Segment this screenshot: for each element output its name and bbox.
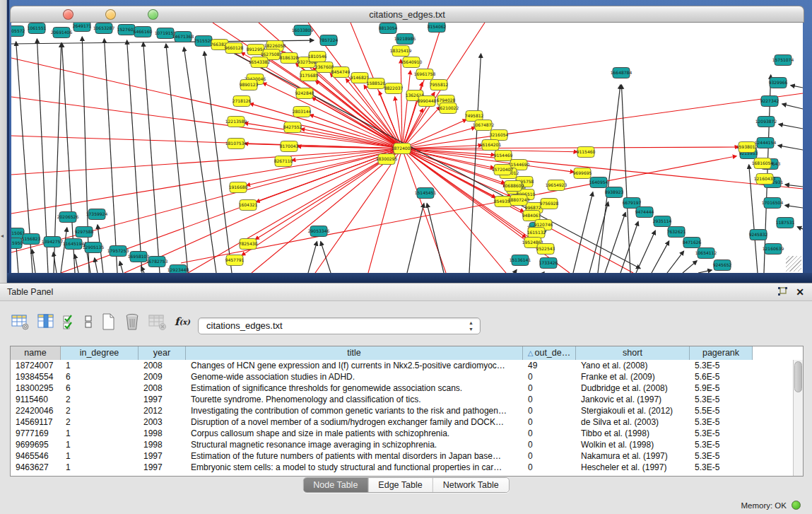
- graph-node[interactable]: 12213589: [225, 117, 247, 127]
- graph-node[interactable]: 10653287: [93, 23, 115, 34]
- graph-node[interactable]: 9660128: [225, 43, 244, 54]
- graph-node[interactable]: 9474444: [635, 207, 654, 218]
- table-row[interactable]: 1830029562008Estimation of significance …: [11, 382, 793, 394]
- memory-status-indicator[interactable]: [792, 501, 801, 510]
- graph-node[interactable]: 20691406: [51, 28, 73, 38]
- graph-node[interactable]: 8822037: [384, 83, 404, 94]
- graph-node[interactable]: 15640910: [401, 57, 423, 68]
- graph-node[interactable]: 8471626: [683, 238, 702, 248]
- table-vertical-scrollbar[interactable]: [793, 360, 803, 476]
- graph-node[interactable]: 15751074: [772, 55, 794, 66]
- graph-node[interactable]: 9699695: [573, 168, 592, 179]
- graph-node[interactable]: 9245652: [713, 260, 732, 271]
- graph-node[interactable]: 19218986: [394, 34, 416, 45]
- table-row[interactable]: 1456911722003Disruption of a novel membe…: [11, 416, 793, 428]
- graph-node[interactable]: 16164201: [480, 140, 502, 151]
- graph-node[interactable]: 8990448: [418, 96, 437, 107]
- column-header-pagerank[interactable]: pagerank: [690, 346, 753, 360]
- graph-node[interactable]: 1615132: [527, 228, 546, 238]
- graph-node[interactable]: 29053346: [308, 226, 330, 237]
- graph-node[interactable]: 1810546: [308, 52, 327, 62]
- graph-node[interactable]: 8170043: [280, 141, 299, 152]
- graph-node[interactable]: 18300295: [376, 154, 398, 165]
- graph-node[interactable]: 10688609: [502, 181, 524, 192]
- window-resize-grip[interactable]: [786, 256, 801, 271]
- column-header-name[interactable]: name: [11, 346, 61, 360]
- new-file-icon[interactable]: [100, 311, 116, 332]
- table-row[interactable]: 2242004622012Investigating the contribut…: [11, 405, 793, 416]
- graph-node[interactable]: 11645194: [63, 239, 85, 250]
- graph-node[interactable]: 1640954: [589, 177, 608, 188]
- tab-network-table[interactable]: Network Table: [433, 478, 509, 492]
- graph-node[interactable]: 9890123: [240, 80, 259, 90]
- graph-node[interactable]: 9227342: [760, 96, 779, 107]
- graph-node[interactable]: 16648784: [611, 68, 632, 78]
- graph-node[interactable]: 1733426: [539, 258, 558, 269]
- graph-node[interactable]: 18724007: [392, 144, 413, 154]
- graph-node[interactable]: 8186328: [280, 53, 299, 64]
- graph-node[interactable]: 12160639: [763, 244, 784, 255]
- network-window-titlebar[interactable]: citations_edges.txt: [10, 6, 804, 23]
- column-header-in_degree[interactable]: in_degree: [61, 346, 139, 360]
- graph-node[interactable]: 9115460: [577, 147, 596, 158]
- graph-node[interactable]: 9329966: [769, 78, 788, 88]
- citation-network-graph[interactable]: 2405572106155120691406264917110653287152…: [11, 23, 803, 273]
- graph-node[interactable]: 15145451: [415, 188, 437, 199]
- graph-node[interactable]: 3216054: [490, 130, 509, 141]
- graph-node[interactable]: 16816054: [752, 158, 774, 169]
- graph-node[interactable]: 1604321: [239, 200, 258, 211]
- control-panel-collapsed-strip[interactable]: ◂: [0, 0, 7, 283]
- column-header-year[interactable]: year: [139, 346, 186, 360]
- graph-node[interactable]: 3175685: [300, 71, 319, 81]
- graph-node[interactable]: 16543382: [249, 57, 271, 68]
- graph-node[interactable]: 2405572: [11, 26, 25, 37]
- graph-node[interactable]: 12923448: [167, 265, 189, 274]
- graph-node[interactable]: 15720407: [492, 165, 514, 175]
- graph-node[interactable]: 2803144: [293, 107, 312, 117]
- graph-node[interactable]: 2522543: [536, 244, 555, 255]
- graph-node[interactable]: 16033809: [292, 25, 314, 36]
- graph-node[interactable]: 6466160: [134, 27, 153, 37]
- graph-node[interactable]: 12444154: [755, 138, 777, 148]
- graph-node[interactable]: 18807243: [508, 195, 530, 206]
- graph-node[interactable]: 20206526: [57, 212, 79, 223]
- graph-node[interactable]: 8427552: [283, 122, 302, 133]
- graph-node[interactable]: 1156823: [22, 234, 41, 245]
- graph-node[interactable]: 16961758: [414, 69, 436, 80]
- graph-node[interactable]: 9242848: [295, 88, 314, 99]
- graph-node[interactable]: 8267110: [274, 156, 293, 167]
- graph-node[interactable]: 18325419: [390, 46, 412, 57]
- scrollbar-thumb[interactable]: [794, 361, 802, 392]
- graph-node[interactable]: 7632621: [667, 227, 686, 238]
- graph-node[interactable]: 7825430: [239, 239, 258, 250]
- graph-node[interactable]: 9297588: [75, 227, 94, 238]
- close-panel-button[interactable]: ✕: [794, 286, 806, 298]
- graph-node[interactable]: 9756928: [540, 199, 559, 209]
- graph-node[interactable]: 17957253: [107, 246, 129, 257]
- table-settings-icon[interactable]: [11, 311, 30, 332]
- graph-node[interactable]: 2649171: [73, 23, 92, 32]
- tab-node-table[interactable]: Node Table: [303, 478, 368, 492]
- table-row[interactable]: 946362711997Embryonic stem cells: a mode…: [11, 462, 793, 473]
- graph-node[interactable]: 14671368: [172, 32, 194, 42]
- graph-node[interactable]: 19654923: [546, 180, 567, 191]
- graph-node[interactable]: 2718126: [233, 96, 252, 107]
- graph-node[interactable]: 12093872: [755, 117, 777, 127]
- graph-node[interactable]: 1916680: [229, 182, 248, 193]
- graph-node[interactable]: 18107534: [225, 139, 247, 149]
- graph-node[interactable]: 17016504: [762, 198, 784, 209]
- graph-node[interactable]: 8938923: [605, 187, 624, 198]
- column-header-out_degree[interactable]: △out_de…: [523, 346, 576, 360]
- graph-node[interactable]: 7955812: [430, 80, 449, 90]
- row-height-icon[interactable]: [84, 311, 93, 332]
- table-row[interactable]: 911546021997Tourette syndrome. Phenomeno…: [11, 394, 793, 405]
- column-header-title[interactable]: title: [186, 346, 523, 360]
- checklist-icon[interactable]: [62, 311, 76, 332]
- graph-node[interactable]: 8454749: [331, 67, 351, 78]
- network-canvas[interactable]: 2405572106155120691406264917110653287152…: [11, 23, 803, 273]
- graph-node[interactable]: 1588520: [367, 78, 386, 89]
- graph-node[interactable]: 13942757: [42, 237, 64, 247]
- graph-node[interactable]: 16210022: [437, 103, 459, 114]
- graph-node[interactable]: 7857224: [319, 35, 339, 46]
- function-builder-icon[interactable]: f(x): [175, 311, 190, 332]
